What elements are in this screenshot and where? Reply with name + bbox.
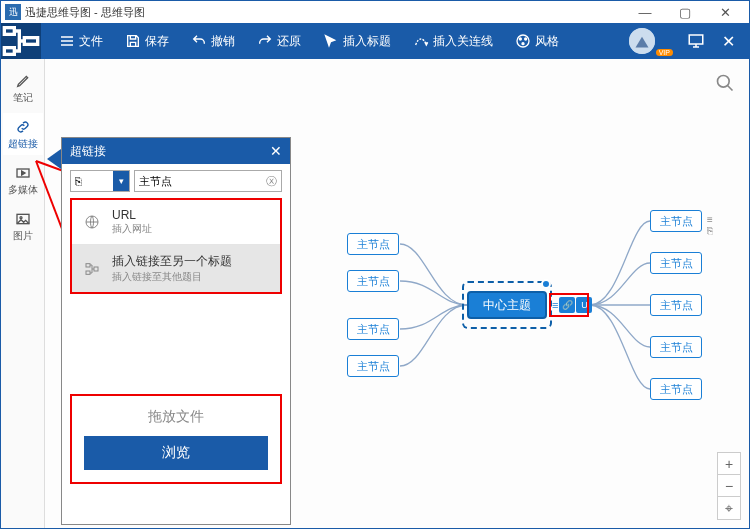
browse-button[interactable]: 浏览	[84, 436, 268, 470]
svg-rect-17	[86, 271, 90, 274]
svg-rect-18	[94, 267, 98, 271]
option-topic-link[interactable]: 插入链接至另一个标题 插入链接至其他题目	[72, 245, 280, 292]
globe-icon	[82, 208, 102, 236]
clear-icon[interactable]: ⓧ	[266, 174, 277, 189]
drop-label: 拖放文件	[84, 408, 268, 426]
panel-header: 超链接 ✕	[62, 138, 290, 164]
svg-rect-16	[86, 263, 90, 266]
option-url[interactable]: URL 插入网址	[72, 200, 280, 245]
panel-pointer	[47, 149, 61, 169]
option-label: 插入链接至另一个标题	[112, 253, 232, 270]
file-drop-area[interactable]: 拖放文件 浏览	[70, 394, 282, 484]
panel-close-button[interactable]: ✕	[270, 143, 282, 159]
link-options-list: URL 插入网址 插入链接至另一个标题 插入链接至其他题目	[70, 198, 282, 294]
option-sublabel: 插入链接至其他题目	[112, 270, 232, 284]
hyperlink-panel: 超链接 ✕ ⎘ ▾ 主节点 ⓧ URL 插入网址	[61, 137, 291, 525]
dropdown-icon: ▾	[113, 171, 129, 191]
link-target-input[interactable]: 主节点 ⓧ	[134, 170, 282, 192]
link-target-value: 主节点	[139, 174, 172, 189]
option-label: URL	[112, 208, 152, 222]
option-sublabel: 插入网址	[112, 222, 152, 236]
topic-icon	[82, 253, 102, 284]
link-type-select[interactable]: ⎘ ▾	[70, 170, 130, 192]
link-type-icon: ⎘	[75, 175, 82, 187]
panel-title: 超链接	[70, 143, 106, 160]
